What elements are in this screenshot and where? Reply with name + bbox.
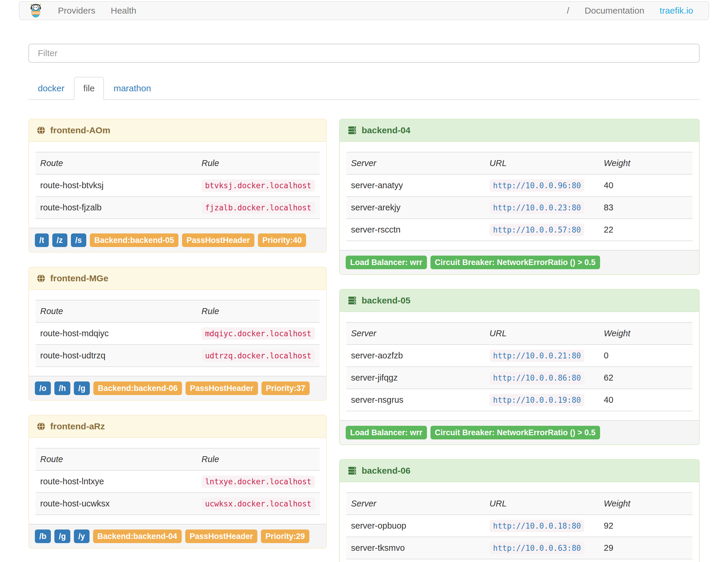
column-header: URL bbox=[485, 322, 599, 345]
frontend-tag-badge: Backend:backend-05 bbox=[90, 233, 178, 247]
column-header: URL bbox=[485, 493, 599, 515]
server-row: server-rscctnhttp://10.0.0.57:8022 bbox=[346, 219, 693, 241]
backend-panel-title: backend-04 bbox=[362, 125, 410, 135]
frontend-tag-badge: PassHostHeader bbox=[186, 381, 258, 395]
route-row: route-host-udtrzqudtrzq.docker.localhost bbox=[35, 345, 320, 367]
server-row: server-updomehttp://10.0.0.83:8057 bbox=[346, 559, 693, 562]
backend-panel-title: backend-06 bbox=[362, 466, 410, 476]
globe-icon bbox=[37, 422, 45, 431]
backend-tag-badge: Circuit Breaker: NetworkErrorRatio () > … bbox=[430, 426, 600, 439]
frontend-panel-body: RouteRuleroute-host-mdqiycmdqiyc.docker.… bbox=[29, 290, 326, 376]
backend-tag-badge: Load Balancer: wrr bbox=[346, 256, 427, 269]
rule-cell: fjzalb.docker.localhost bbox=[197, 196, 320, 219]
top-navbar: Providers Health / Documentation traefik… bbox=[19, 1, 709, 20]
rule-value: mdqiyc.docker.localhost bbox=[201, 327, 315, 340]
tab-file[interactable]: file bbox=[74, 77, 104, 100]
entrypoint-badge: /o bbox=[35, 381, 51, 395]
entrypoint-badge: /s bbox=[71, 233, 87, 247]
table-head: ServerURLWeight bbox=[346, 493, 693, 515]
backend-panel-title: backend-05 bbox=[362, 295, 410, 306]
entrypoint-badge: /z bbox=[52, 233, 67, 247]
frontend-tag-badge: Backend:backend-04 bbox=[93, 529, 182, 543]
server-row: server-anatyyhttp://10.0.0.96:8040 bbox=[346, 174, 693, 196]
entrypoint-badge: /t bbox=[35, 233, 49, 247]
tab-docker[interactable]: docker bbox=[28, 77, 74, 100]
server-weight: 83 bbox=[599, 196, 693, 219]
nav-providers[interactable]: Providers bbox=[50, 6, 103, 16]
servers-table-body: server-opbuophttp://10.0.0.18:8092server… bbox=[346, 515, 693, 562]
backend-panel-header: backend-05 bbox=[340, 290, 699, 312]
rule-cell: lntxye.docker.localhost bbox=[197, 470, 320, 493]
filter-input[interactable] bbox=[28, 44, 700, 63]
panel-footer: Load Balancer: wrrCircuit Breaker: Netwo… bbox=[340, 250, 699, 274]
rule-value: btvksj.docker.localhost bbox=[201, 179, 315, 192]
server-weight: 57 bbox=[599, 559, 693, 562]
backend-panel: backend-04ServerURLWeightserver-anatyyht… bbox=[339, 119, 700, 275]
table-header-row: RouteRule bbox=[35, 152, 320, 174]
server-url: http://10.0.0.86:80 bbox=[490, 372, 584, 384]
entrypoint-badge: /g bbox=[54, 529, 70, 543]
frontends-column: frontend-AOmRouteRuleroute-host-btvksjbt… bbox=[28, 119, 327, 562]
routes-table: RouteRuleroute-host-lntxyelntxye.docker.… bbox=[35, 448, 320, 515]
backend-panel-body: ServerURLWeightserver-aozfzbhttp://10.0.… bbox=[340, 312, 699, 420]
column-header: Route bbox=[35, 300, 197, 322]
table-head: ServerURLWeight bbox=[346, 152, 693, 174]
server-weight: 22 bbox=[599, 219, 693, 241]
globe-icon bbox=[37, 274, 45, 283]
route-row: route-host-mdqiycmdqiyc.docker.localhost bbox=[35, 322, 320, 345]
route-name: route-host-lntxye bbox=[35, 470, 197, 493]
entrypoint-badge: /h bbox=[54, 381, 70, 395]
route-name: route-host-mdqiyc bbox=[35, 322, 197, 345]
table-head: ServerURLWeight bbox=[346, 322, 693, 345]
nav-separator: / bbox=[559, 6, 577, 16]
nav-documentation[interactable]: Documentation bbox=[577, 6, 652, 16]
rule-cell: udtrzq.docker.localhost bbox=[197, 345, 320, 367]
frontend-panel-body: RouteRuleroute-host-btvksjbtvksj.docker.… bbox=[29, 142, 326, 228]
server-url: http://10.0.0.23:80 bbox=[490, 202, 584, 214]
frontend-panel-title: frontend-AOm bbox=[50, 125, 110, 135]
nav-traefik-io[interactable]: traefik.io bbox=[652, 6, 701, 16]
route-name: route-host-udtrzq bbox=[35, 345, 197, 367]
servers-table-body: server-aozfzbhttp://10.0.0.21:800server-… bbox=[346, 345, 693, 411]
rule-cell: mdqiyc.docker.localhost bbox=[197, 322, 320, 345]
nav-health[interactable]: Health bbox=[103, 6, 144, 16]
rule-cell: btvksj.docker.localhost bbox=[197, 174, 320, 196]
frontend-tag-badge: PassHostHeader bbox=[185, 529, 258, 543]
servers-table: ServerURLWeightserver-anatyyhttp://10.0.… bbox=[346, 152, 693, 241]
server-row: server-aozfzbhttp://10.0.0.21:800 bbox=[346, 345, 693, 367]
column-header: Route bbox=[35, 152, 197, 174]
frontend-panel-header: frontend-aRz bbox=[29, 415, 326, 438]
column-header: URL bbox=[485, 152, 599, 174]
main-content: docker file marathon frontend-AOmRouteRu… bbox=[28, 44, 700, 562]
column-header: Rule bbox=[197, 152, 320, 174]
backend-panel: backend-06ServerURLWeightserver-opbuopht… bbox=[339, 459, 700, 562]
server-row: server-nsgrushttp://10.0.0.19:8040 bbox=[346, 389, 693, 411]
server-name: server-nsgrus bbox=[346, 389, 485, 411]
provider-tabs: docker file marathon bbox=[28, 77, 700, 100]
server-url: http://10.0.0.21:80 bbox=[490, 350, 584, 362]
server-icon bbox=[347, 296, 357, 305]
server-weight: 62 bbox=[599, 367, 693, 389]
frontend-tag-badge: Priority:37 bbox=[261, 381, 310, 395]
server-row: server-tksmvohttp://10.0.0.63:8029 bbox=[346, 537, 693, 559]
server-url-cell: http://10.0.0.63:80 bbox=[485, 537, 599, 559]
server-name: server-opbuop bbox=[346, 515, 485, 537]
column-header: Route bbox=[35, 448, 197, 470]
frontend-panel: frontend-MGeRouteRuleroute-host-mdqiycmd… bbox=[28, 267, 327, 401]
rule-value: lntxye.docker.localhost bbox=[201, 475, 315, 488]
table-head: RouteRule bbox=[35, 300, 320, 322]
entrypoint-badge: /y bbox=[74, 529, 90, 543]
rule-cell: ucwksx.docker.localhost bbox=[197, 493, 320, 515]
entrypoint-badge: /g bbox=[74, 381, 90, 395]
backend-tag-badge: Circuit Breaker: NetworkErrorRatio () > … bbox=[430, 256, 600, 269]
server-name: server-rscctn bbox=[346, 219, 485, 241]
servers-table: ServerURLWeightserver-aozfzbhttp://10.0.… bbox=[346, 322, 693, 411]
tab-marathon[interactable]: marathon bbox=[104, 77, 160, 100]
server-url-cell: http://10.0.0.21:80 bbox=[485, 345, 599, 367]
servers-table-body: server-anatyyhttp://10.0.0.96:8040server… bbox=[346, 174, 693, 241]
route-name: route-host-btvksj bbox=[35, 174, 197, 196]
frontend-tag-badge: Priority:29 bbox=[261, 529, 309, 543]
route-row: route-host-ucwksxucwksx.docker.localhost bbox=[35, 493, 320, 515]
server-url: http://10.0.0.57:80 bbox=[490, 224, 584, 236]
frontend-panel-title: frontend-MGe bbox=[50, 273, 108, 283]
